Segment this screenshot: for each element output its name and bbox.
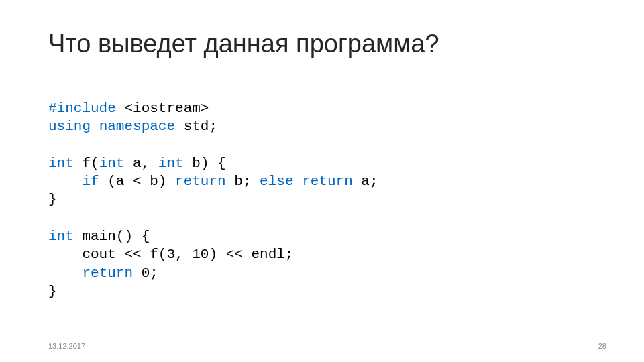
code-keyword: return — [302, 174, 353, 189]
code-text: cout << f(3, 10) << endl; — [48, 247, 293, 262]
code-keyword: #include — [48, 101, 116, 116]
code-keyword: else — [260, 174, 293, 189]
code-text: <iostream> — [116, 101, 209, 116]
code-text: (a < b) — [99, 174, 175, 189]
code-text — [48, 174, 82, 189]
code-keyword: int — [99, 156, 125, 171]
code-text: b) { — [184, 156, 226, 171]
code-text — [294, 174, 303, 189]
code-keyword: return — [175, 174, 226, 189]
code-text — [48, 265, 82, 281]
code-keyword: namespace — [99, 119, 175, 134]
code-text: a, — [124, 156, 158, 171]
code-keyword: int — [158, 156, 184, 171]
code-text: } — [48, 284, 57, 299]
code-keyword: int — [48, 156, 74, 171]
footer-page-number: 28 — [598, 342, 606, 350]
slide-title: Что выведет данная программа? — [48, 29, 439, 58]
code-text: } — [48, 192, 57, 207]
code-block: #include <iostream> using namespace std;… — [48, 99, 378, 300]
code-text — [91, 119, 99, 134]
code-text: a; — [353, 174, 378, 189]
code-keyword: int — [48, 229, 74, 244]
code-text: b; — [226, 174, 260, 189]
code-keyword: using — [48, 119, 91, 134]
code-keyword: if — [82, 174, 99, 189]
slide-footer: 13.12.2017 28 — [48, 342, 606, 350]
code-keyword: return — [82, 265, 133, 281]
code-text: main() { — [74, 229, 150, 244]
footer-date: 13.12.2017 — [48, 342, 85, 350]
code-text: std; — [175, 119, 217, 134]
code-text: 0; — [133, 265, 158, 281]
code-text: f( — [74, 156, 99, 171]
